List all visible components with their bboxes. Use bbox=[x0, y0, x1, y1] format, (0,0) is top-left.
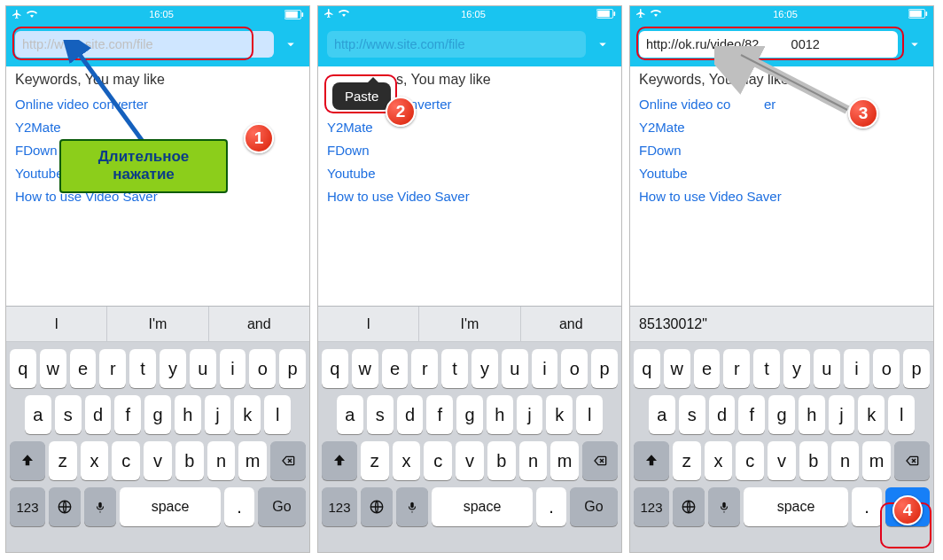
key-a[interactable]: a bbox=[649, 395, 675, 434]
key-h[interactable]: h bbox=[799, 395, 825, 434]
key-shift[interactable] bbox=[634, 441, 669, 480]
key-w[interactable]: w bbox=[40, 349, 66, 388]
url-input[interactable] bbox=[327, 31, 586, 58]
keyword-link[interactable]: Online video converter bbox=[15, 93, 300, 116]
key-j[interactable]: j bbox=[829, 395, 855, 434]
key-b[interactable]: b bbox=[487, 441, 516, 480]
key-g[interactable]: g bbox=[456, 395, 483, 434]
key-m[interactable]: m bbox=[862, 441, 891, 480]
key-g[interactable]: g bbox=[144, 395, 171, 434]
key-q[interactable]: q bbox=[322, 349, 348, 388]
dropdown-button[interactable] bbox=[593, 35, 612, 54]
keyword-link[interactable]: How to use Video Saver bbox=[327, 185, 612, 208]
key-k[interactable]: k bbox=[858, 395, 885, 434]
key-s[interactable]: s bbox=[679, 395, 705, 434]
keyword-link[interactable]: FDown bbox=[639, 139, 924, 162]
keyword-link[interactable]: Youtube bbox=[327, 162, 612, 185]
key-t[interactable]: t bbox=[129, 349, 156, 388]
key-z[interactable]: z bbox=[673, 441, 701, 480]
key-dot[interactable]: . bbox=[224, 487, 254, 526]
key-go[interactable]: Go bbox=[258, 487, 306, 526]
prediction[interactable]: 85130012" bbox=[630, 307, 933, 341]
key-globe[interactable] bbox=[49, 487, 81, 526]
key-s[interactable]: s bbox=[367, 395, 394, 434]
prediction[interactable]: I bbox=[318, 307, 419, 341]
keyword-link[interactable]: Online video co bbox=[639, 97, 730, 112]
key-d[interactable]: d bbox=[85, 395, 112, 434]
key-f[interactable]: f bbox=[114, 395, 141, 434]
key-mic[interactable] bbox=[84, 487, 116, 526]
key-u[interactable]: u bbox=[502, 349, 528, 388]
key-r[interactable]: r bbox=[99, 349, 126, 388]
key-k[interactable]: k bbox=[546, 395, 573, 434]
key-z[interactable]: z bbox=[49, 441, 77, 480]
prediction[interactable]: I'm bbox=[419, 307, 520, 341]
key-g[interactable]: g bbox=[768, 395, 795, 434]
key-space[interactable]: space bbox=[120, 487, 221, 526]
key-e[interactable]: e bbox=[70, 349, 97, 388]
keyword-link[interactable]: Y2Mate bbox=[639, 116, 924, 139]
key-e[interactable]: e bbox=[382, 349, 409, 388]
key-m[interactable]: m bbox=[238, 441, 267, 480]
key-h[interactable]: h bbox=[175, 395, 201, 434]
prediction[interactable]: I'm bbox=[107, 307, 208, 341]
key-d[interactable]: d bbox=[709, 395, 736, 434]
key-h[interactable]: h bbox=[487, 395, 513, 434]
prediction[interactable]: I bbox=[6, 307, 107, 341]
paste-popover[interactable]: Paste bbox=[332, 82, 391, 110]
key-a[interactable]: a bbox=[25, 395, 51, 434]
key-o[interactable]: o bbox=[873, 349, 900, 388]
key-shift[interactable] bbox=[322, 441, 357, 480]
key-x[interactable]: x bbox=[705, 441, 733, 480]
key-s[interactable]: s bbox=[55, 395, 82, 434]
key-123[interactable]: 123 bbox=[10, 487, 45, 526]
key-u[interactable]: u bbox=[190, 349, 216, 388]
key-v[interactable]: v bbox=[456, 441, 484, 480]
key-n[interactable]: n bbox=[519, 441, 548, 480]
key-m[interactable]: m bbox=[550, 441, 579, 480]
key-i[interactable]: i bbox=[220, 349, 246, 388]
key-u[interactable]: u bbox=[814, 349, 840, 388]
key-l[interactable]: l bbox=[576, 395, 603, 434]
key-j[interactable]: j bbox=[517, 395, 543, 434]
dropdown-button[interactable] bbox=[281, 35, 300, 54]
key-b[interactable]: b bbox=[175, 441, 204, 480]
key-b[interactable]: b bbox=[799, 441, 828, 480]
key-y[interactable]: y bbox=[472, 349, 498, 388]
prediction[interactable]: and bbox=[209, 307, 309, 341]
key-p[interactable]: p bbox=[591, 349, 618, 388]
keyword-link[interactable]: Youtube bbox=[639, 162, 924, 185]
key-n[interactable]: n bbox=[831, 441, 860, 480]
key-shift[interactable] bbox=[10, 441, 45, 480]
key-w[interactable]: w bbox=[664, 349, 690, 388]
key-backspace[interactable] bbox=[270, 441, 306, 480]
key-globe[interactable] bbox=[673, 487, 705, 526]
key-c[interactable]: c bbox=[424, 441, 452, 480]
key-k[interactable]: k bbox=[234, 395, 261, 434]
key-123[interactable]: 123 bbox=[322, 487, 357, 526]
key-c[interactable]: c bbox=[736, 441, 764, 480]
key-w[interactable]: w bbox=[352, 349, 378, 388]
key-y[interactable]: y bbox=[783, 349, 810, 388]
key-go[interactable]: Go bbox=[570, 487, 618, 526]
key-e[interactable]: e bbox=[694, 349, 721, 388]
key-backspace[interactable] bbox=[582, 441, 618, 480]
key-x[interactable]: x bbox=[393, 441, 421, 480]
key-d[interactable]: d bbox=[397, 395, 424, 434]
keyword-link[interactable]: How to use Video Saver bbox=[639, 185, 924, 208]
key-space[interactable]: space bbox=[744, 487, 848, 526]
key-t[interactable]: t bbox=[441, 349, 468, 388]
prediction[interactable]: and bbox=[521, 307, 621, 341]
key-y[interactable]: y bbox=[160, 349, 186, 388]
key-globe[interactable] bbox=[361, 487, 393, 526]
key-mic[interactable] bbox=[708, 487, 740, 526]
key-i[interactable]: i bbox=[532, 349, 558, 388]
key-i[interactable]: i bbox=[844, 349, 870, 388]
key-l[interactable]: l bbox=[888, 395, 915, 434]
key-r[interactable]: r bbox=[411, 349, 438, 388]
key-o[interactable]: o bbox=[561, 349, 588, 388]
key-p[interactable]: p bbox=[279, 349, 306, 388]
key-q[interactable]: q bbox=[634, 349, 660, 388]
dropdown-button[interactable] bbox=[905, 35, 924, 54]
key-space[interactable]: space bbox=[432, 487, 533, 526]
